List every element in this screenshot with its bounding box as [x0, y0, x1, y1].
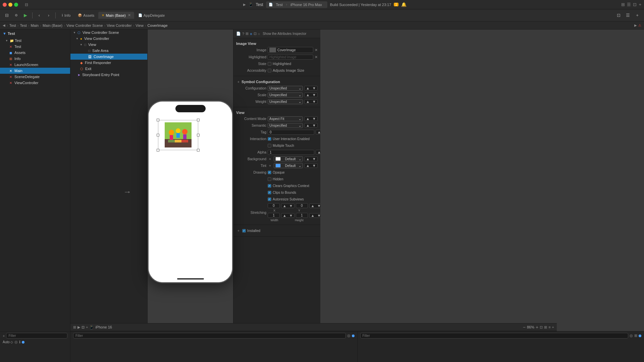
tag-stepper-up[interactable]: ▲ [316, 130, 320, 134]
outline-exit[interactable]: ⬡ Exit [70, 66, 147, 72]
clips-checkbox[interactable] [268, 191, 271, 194]
outline-first-responder[interactable]: ◆ First Responder [70, 60, 147, 66]
sx-up[interactable]: ▲ [281, 204, 288, 208]
stretch-x-stepper[interactable]: ▲ ▼ [281, 203, 294, 208]
stretch-x-field[interactable] [268, 203, 280, 208]
file-inspector-icon[interactable]: 📄 [236, 32, 241, 36]
clears-graphics-checkbox[interactable] [268, 184, 271, 188]
bottom-filter-3[interactable] [360, 333, 629, 339]
layout-options-btn[interactable]: ≡ [548, 325, 550, 329]
breadcrumb-project[interactable]: Test [9, 23, 16, 27]
breadcrumb-main[interactable]: Main [31, 23, 39, 27]
config-stepper[interactable]: ▲ ▼ [304, 86, 318, 90]
run-btn[interactable]: ▶ [21, 11, 30, 19]
bg-stepper[interactable]: ▲ ▼ [304, 157, 318, 161]
coverimage-element[interactable] [158, 120, 198, 150]
stretch-w-stepper[interactable]: ▲ ▼ [281, 213, 294, 218]
multiple-touch-checkbox[interactable] [268, 144, 271, 147]
alpha-stepper-up[interactable]: ▲ [316, 150, 320, 154]
stretch-h-stepper[interactable]: ▲ ▼ [309, 213, 320, 218]
right-visibility-btn[interactable]: ◎ [630, 334, 633, 338]
installed-checkbox[interactable] [242, 229, 246, 233]
weight-stepper-down[interactable]: ▼ [311, 100, 317, 104]
outline-view[interactable]: ▼ □ View [70, 42, 147, 48]
tag-field[interactable] [268, 130, 314, 135]
hidden-checkbox[interactable] [268, 177, 271, 181]
sidebar-item-appdelegate[interactable]: ✕ Test [0, 44, 70, 50]
outline-vc[interactable]: ▼ ● View Controller [70, 36, 147, 42]
sidebar-toggle-btn[interactable]: ⊟ [3, 11, 11, 19]
weight-stepper-up[interactable]: ▲ [305, 100, 311, 104]
config-stepper-up[interactable]: ▲ [305, 86, 311, 90]
outline-vc-scene[interactable]: ▼ ⬡ View Controller Scene [70, 29, 147, 36]
highlighted-clear-btn[interactable]: ✕ [315, 55, 318, 59]
sh-up[interactable]: ▲ [310, 214, 316, 218]
tab-appdelegate[interactable]: 📄 AppDelegate [135, 12, 168, 19]
bg-stepper-up[interactable]: ▲ [305, 157, 311, 161]
tint-add-btn[interactable]: + [268, 163, 272, 168]
alpha-stepper[interactable]: ▲ ▼ [316, 150, 320, 155]
maximize-button[interactable] [14, 3, 18, 7]
title-tab1[interactable]: Test [273, 2, 285, 7]
semantic-stepper-up[interactable]: ▲ [305, 123, 311, 127]
connections-inspector-icon[interactable]: ○ [258, 32, 260, 36]
breadcrumb-main-base[interactable]: Main (Base) [43, 23, 62, 27]
visibility-btn[interactable]: ◎ [14, 340, 18, 344]
sh-down[interactable]: ▼ [316, 214, 320, 218]
breadcrumb-coverimage[interactable]: CoverImage [148, 23, 168, 27]
tint-stepper[interactable]: ▲ ▼ [304, 163, 318, 168]
bg-stepper-down[interactable]: ▼ [311, 157, 317, 161]
title-tab2[interactable]: iPhone 16 Pro Max [288, 2, 325, 7]
background-dropdown[interactable]: Default ⌄ [274, 156, 303, 162]
breadcrumb-vc-scene[interactable]: View Controller Scene [66, 23, 103, 27]
scale-stepper-up[interactable]: ▲ [305, 93, 311, 97]
bottom-filter-2[interactable] [73, 333, 346, 339]
info-btn[interactable]: ℹ [19, 340, 20, 344]
preview-icon[interactable]: ▶ [77, 325, 80, 329]
forward-btn[interactable]: › [45, 11, 53, 19]
sidebar-item-launchscreen[interactable]: ✕ LaunchScreen [0, 62, 70, 68]
minimize-button[interactable] [8, 3, 12, 7]
sy-up[interactable]: ▲ [310, 204, 316, 208]
breadcrumb-view[interactable]: View [136, 23, 144, 27]
traffic-lights[interactable] [3, 3, 18, 7]
background-add-btn[interactable]: + [268, 157, 272, 161]
add-item-btn[interactable]: + [3, 334, 5, 338]
bottom-filter-1[interactable] [6, 333, 67, 339]
content-mode-dropdown[interactable]: Aspect Fit ⌄ [268, 116, 303, 121]
stretch-w-field[interactable] [268, 213, 280, 218]
cm-stepper-down[interactable]: ▼ [311, 117, 317, 121]
sidebar-item-scenedelegate[interactable]: ✕ SceneDelegate [0, 74, 70, 80]
size-inspector-icon[interactable]: ⊡ [254, 32, 257, 36]
tab-main[interactable]: ✕ Main (Base) ✕ [98, 12, 134, 19]
view-options-icon[interactable]: ⊞ [73, 325, 76, 329]
tag-stepper[interactable]: ▲ ▼ [316, 130, 320, 134]
back-btn[interactable]: ‹ [35, 11, 43, 19]
semantic-stepper[interactable]: ▲ ▼ [304, 123, 318, 128]
scale-dropdown[interactable]: Unspecified ⌄ [268, 93, 303, 98]
image-field[interactable]: CoverImage [268, 47, 313, 53]
right-more-btn[interactable]: ⊞ [634, 334, 637, 338]
library-btn[interactable]: + [633, 11, 641, 19]
fit-btn[interactable]: ⊡ [540, 325, 543, 329]
inspector-toggle-left[interactable]: ☰ [624, 11, 632, 19]
sidebar-item-assets[interactable]: ◼ Assets [0, 50, 70, 56]
tab-assets[interactable]: 📦 Assets [74, 12, 98, 19]
symbol-add-btn[interactable]: + [236, 79, 241, 84]
outline-safe-area[interactable]: □ Safe Area [70, 48, 147, 54]
installed-add-btn[interactable]: + [236, 228, 241, 233]
quick-help-icon[interactable]: ? [242, 32, 244, 36]
stretch-y-field[interactable] [296, 203, 308, 208]
zoom-out-btn[interactable]: − [523, 324, 526, 330]
add-object-btn[interactable]: + [552, 325, 554, 329]
sw-down[interactable]: ▼ [288, 214, 294, 218]
sidebar-item-info[interactable]: ⊞ Info [0, 56, 70, 62]
image-clear-btn[interactable]: ✕ [315, 48, 318, 52]
outline-storyboard-entry[interactable]: ➤ Storyboard Entry Point [70, 72, 147, 78]
alpha-field[interactable] [268, 150, 314, 155]
breadcrumb-test-folder[interactable]: Test [20, 23, 27, 27]
sidebar-item-main[interactable]: ✕ Main [0, 68, 70, 74]
cm-stepper-up[interactable]: ▲ [305, 117, 311, 121]
tab-info[interactable]: ℹ Info [58, 12, 74, 19]
accessibility-checkbox[interactable] [268, 69, 271, 72]
